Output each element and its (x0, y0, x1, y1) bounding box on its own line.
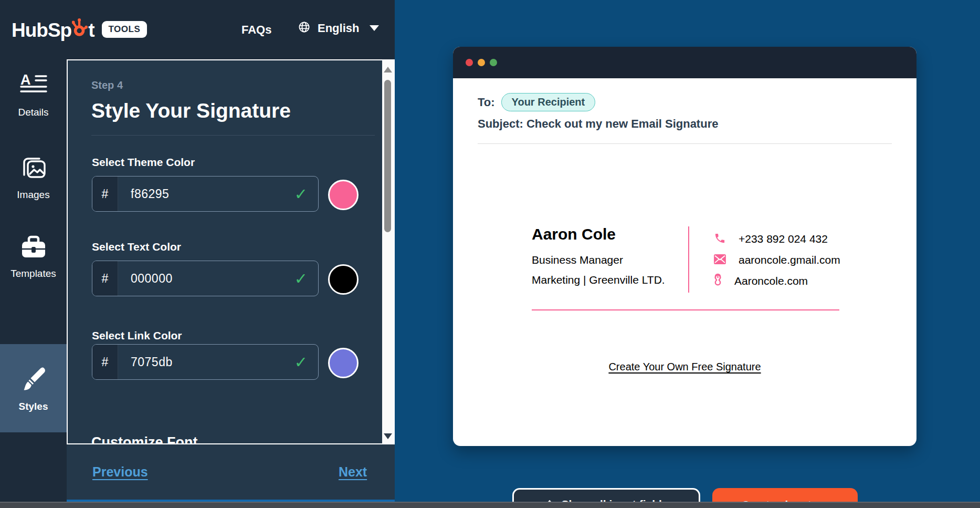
window-dot-yellow-icon (478, 59, 485, 66)
email-icon (714, 254, 726, 266)
language-label: English (318, 22, 359, 35)
link-color-input[interactable]: # 7075db ✓ (92, 344, 319, 380)
panel-title: Style Your Signature (91, 99, 291, 122)
scroll-down-arrow-icon[interactable] (384, 433, 392, 439)
style-panel: Step 4 Style Your Signature Select Theme… (67, 59, 395, 444)
hubspot-logo[interactable]: HubSpt TOOLS (12, 17, 147, 42)
signature-name: Aaron Cole (532, 225, 616, 243)
previous-button[interactable]: Previous (92, 464, 148, 480)
phone-icon (714, 232, 726, 246)
hash-prefix: # (92, 177, 118, 211)
sidebar-item-label: Templates (10, 268, 56, 279)
scrollbar-thumb[interactable] (384, 80, 391, 232)
check-icon: ✓ (294, 261, 318, 296)
text-color-value[interactable]: 000000 (118, 261, 294, 296)
link-color-swatch[interactable] (328, 348, 359, 378)
mail-divider (478, 143, 892, 144)
details-icon: A (19, 72, 48, 102)
next-button[interactable]: Next (339, 464, 367, 480)
contact-row-phone: +233 892 024 432 (714, 229, 840, 250)
link-color-label: Select Link Color (92, 329, 182, 342)
step-label: Step 4 (91, 79, 123, 91)
sidebar-item-templates[interactable]: Templates (0, 234, 67, 279)
contact-row-website: Aaroncole.com (714, 271, 840, 292)
sidebar-item-label: Styles (19, 401, 48, 412)
phone-number: +233 892 024 432 (739, 233, 828, 245)
recipient-pill: Your Recipient (501, 93, 596, 111)
email-preview-card: To: Your Recipient Subject: Check out my… (453, 47, 916, 446)
panel-scrollbar[interactable] (382, 60, 394, 443)
text-color-label: Select Text Color (92, 241, 181, 253)
scroll-up-arrow-icon[interactable] (384, 67, 392, 72)
faqs-link[interactable]: FAQs (241, 23, 271, 37)
email-window-titlebar (453, 47, 916, 78)
panel-divider (91, 135, 375, 136)
link-icon (714, 273, 722, 289)
text-color-input[interactable]: # 000000 ✓ (92, 261, 319, 296)
templates-icon (19, 234, 48, 263)
globe-icon (298, 21, 310, 35)
top-header: HubSpt TOOLS FAQs English (0, 0, 395, 59)
left-region: HubSpt TOOLS FAQs English A Details Imag… (0, 0, 395, 508)
signature-department: Marketing | Greenville LTD. (532, 274, 665, 286)
create-own-signature-link[interactable]: Create Your Own Free Signature (608, 361, 761, 372)
hash-prefix: # (92, 261, 118, 296)
to-row: To: Your Recipient (478, 93, 595, 111)
sidebar-item-details[interactable]: A Details (0, 72, 67, 118)
app-root: HubSpt TOOLS FAQs English A Details Imag… (0, 0, 980, 508)
signature-horizontal-divider (532, 309, 839, 310)
sidebar-item-label: Images (17, 189, 49, 201)
chevron-down-icon (370, 25, 379, 31)
sidebar-item-label: Details (18, 107, 48, 118)
hubspot-sprocket-icon (72, 17, 88, 42)
theme-color-swatch[interactable] (328, 180, 359, 210)
signature-job-title: Business Manager (532, 254, 623, 266)
window-dot-red-icon (466, 59, 473, 66)
svg-text:A: A (20, 72, 31, 88)
website-url: Aaroncole.com (734, 275, 808, 287)
sidebar-item-styles[interactable]: Styles (0, 344, 67, 432)
contact-row-email: aaroncole.gmail.com (714, 250, 840, 271)
check-icon: ✓ (294, 345, 318, 379)
text-color-swatch[interactable] (328, 264, 359, 295)
language-selector[interactable]: English (298, 21, 379, 35)
check-icon: ✓ (294, 177, 318, 211)
side-nav: A Details Images Templates Styles (0, 59, 67, 508)
email-address: aaroncole.gmail.com (739, 254, 840, 266)
preview-region: To: Your Recipient Subject: Check out my… (395, 0, 980, 508)
create-own-signature-wrapper: Create Your Own Free Signature (453, 361, 916, 373)
theme-color-label: Select Theme Color (92, 156, 195, 169)
hubspot-logo-text: HubSpt (12, 17, 94, 42)
tools-badge: TOOLS (102, 21, 147, 38)
styles-icon (19, 365, 48, 396)
subject-line: Subject: Check out my new Email Signatur… (478, 117, 718, 131)
window-dot-green-icon (490, 59, 497, 66)
link-color-value[interactable]: 7075db (118, 345, 294, 379)
bottom-scrollbar-track[interactable] (0, 502, 980, 508)
hash-prefix: # (92, 345, 118, 379)
to-label: To: (478, 96, 495, 109)
theme-color-value[interactable]: f86295 (118, 177, 294, 211)
sidebar-item-images[interactable]: Images (0, 154, 67, 201)
images-icon (19, 154, 48, 184)
theme-color-input[interactable]: # f86295 ✓ (92, 176, 319, 212)
signature-vertical-divider (688, 226, 689, 293)
signature-contacts: +233 892 024 432 aaroncole.gmail.com Aar… (714, 229, 840, 292)
customize-font-heading: Customize Font (91, 434, 198, 444)
